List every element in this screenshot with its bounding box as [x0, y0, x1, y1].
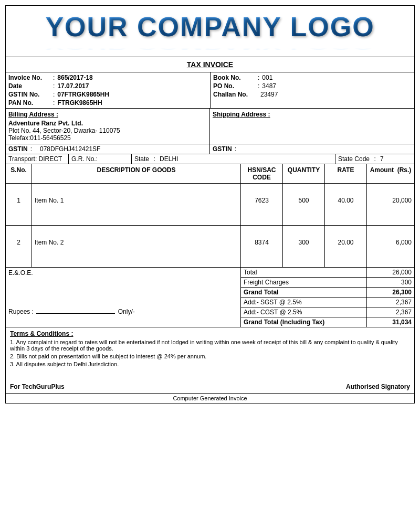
eoe-text: E.&.O.E.	[8, 269, 238, 277]
invoice-pan-label: PAN No.	[8, 99, 50, 107]
state-value: DELHI	[160, 155, 178, 163]
state-cell: State : DELHI	[132, 154, 335, 164]
table-row: 2 Item No. 2 8374 300 20.00 6,000	[6, 226, 414, 268]
po-number-value: 3487	[262, 82, 276, 90]
billing-company: Adventure Ranz Pvt. Ltd.	[8, 120, 207, 127]
footer-row: Computer Generated Invoice	[6, 394, 414, 403]
book-number-value: 001	[262, 74, 272, 81]
grand-total-tax-value: 31,034	[367, 317, 414, 327]
invoice-date-item: Date : 17.07.2017	[8, 82, 207, 90]
rupees-suffix: Only/-	[118, 308, 135, 315]
row1-rate: 40.00	[325, 184, 367, 225]
total-value: 26,000	[367, 268, 414, 277]
terms-title: Terms & Conditions :	[10, 330, 410, 337]
po-number-label: PO No.	[213, 82, 255, 90]
gr-label: G.R. No.:	[71, 155, 98, 163]
shipping-gstin: GSTIN :	[210, 144, 414, 154]
transport-row: Transport: DIRECT G.R. No.: State : DELH…	[6, 154, 414, 164]
for-company: For TechGuruPlus	[10, 383, 65, 390]
logo-reflection: YOUR COMPANY LOGO	[6, 48, 414, 53]
grand-total-tax-label: Grand Total (Including Tax)	[241, 317, 367, 327]
row2-description: Item No. 2	[32, 226, 241, 267]
billing-gstin-value: 078DFGHJ412421SF	[40, 145, 100, 153]
terms-item-2: 2. Bills not paid on presentation will b…	[10, 353, 410, 359]
invoice-info-left: Invoice No. : 865/2017-18 Date : 17.07.2…	[6, 72, 210, 108]
billing-title: Billing Address :	[8, 111, 207, 118]
challan-number-item: Challan No. 23497	[213, 90, 412, 99]
invoice-pan-item: PAN No. : FTRGK9865HH	[8, 99, 207, 107]
billing-address: Billing Address : Adventure Ranz Pvt. Lt…	[6, 109, 210, 144]
header-rate: RATE	[325, 164, 367, 183]
invoice-title: TAX INVOICE	[187, 60, 233, 69]
billing-gstin-label: GSTIN	[8, 145, 28, 153]
state-code-cell: State Code : 7	[335, 154, 414, 164]
header-quantity: QUANTITY	[283, 164, 325, 183]
sgst-label: Add:- SGST @ 2.5%	[241, 298, 367, 307]
challan-number-label: Challan No.	[213, 91, 255, 98]
freight-line: Freight Charges 300	[241, 278, 414, 288]
row1-sno: 1	[6, 184, 32, 225]
eoe-area: E.&.O.E. Rupees : Only/-	[6, 268, 241, 327]
invoice-pan-value: FTRGK9865HH	[57, 99, 102, 107]
row2-amount: 6,000	[367, 226, 414, 267]
transport-label: Transport:	[8, 155, 37, 163]
total-label: Total	[241, 268, 367, 277]
cgst-line: Add:- CGST @ 2.5% 2,367	[241, 307, 414, 317]
sgst-line: Add:- SGST @ 2.5% 2,367	[241, 298, 414, 307]
footer-text: Computer Generated Invoice	[173, 395, 247, 401]
rupees-area: Rupees : Only/-	[8, 308, 238, 315]
sgst-value: 2,367	[367, 298, 414, 307]
table-row: 1 Item No. 1 7623 500 40.00 20,000	[6, 184, 414, 226]
terms-footer: For TechGuruPlus Authorised Signatory	[10, 370, 410, 390]
book-number-item: Book No. : 001	[213, 73, 412, 82]
row1-quantity: 500	[283, 184, 325, 225]
row1-hsn: 7623	[241, 184, 283, 225]
gr-cell: G.R. No.:	[69, 154, 132, 164]
table-header: S.No. DESCRIPTION OF GOODS HSN/SACCODE Q…	[6, 164, 414, 184]
totals-row: E.&.O.E. Rupees : Only/- Total 26,000 Fr…	[6, 268, 414, 327]
cgst-label: Add:- CGST @ 2.5%	[241, 307, 367, 317]
shipping-title: Shipping Address :	[213, 111, 412, 118]
total-line: Total 26,000	[241, 268, 414, 278]
rupees-line	[36, 313, 115, 314]
row2-rate: 20.00	[325, 226, 367, 267]
gstin-row: GSTIN : 078DFGHJ412421SF GSTIN :	[6, 144, 414, 154]
billing-gstin: GSTIN : 078DFGHJ412421SF	[6, 144, 210, 154]
header-amount: Amount (Rs.)	[367, 164, 414, 183]
row2-sno: 2	[6, 226, 32, 267]
invoice-number-value: 865/2017-18	[57, 74, 92, 81]
authorised-signatory: Authorised Signatory	[346, 383, 410, 390]
header-sno: S.No.	[6, 164, 32, 183]
header-description: DESCRIPTION OF GOODS	[32, 164, 241, 183]
grand-total-value: 26,300	[367, 288, 414, 297]
freight-label: Freight Charges	[241, 278, 367, 287]
invoice-number-item: Invoice No. : 865/2017-18	[8, 73, 207, 82]
terms-item-3: 3. All disputes subject to Delhi Jurisdi…	[10, 361, 410, 367]
freight-value: 300	[367, 278, 414, 287]
terms-section: Terms & Conditions : 1. Any complaint in…	[6, 327, 414, 394]
address-section: Billing Address : Adventure Ranz Pvt. Lt…	[6, 109, 414, 144]
logo-text: YOUR COMPANY LOGO	[45, 11, 374, 43]
transport-cell: Transport: DIRECT	[6, 154, 69, 164]
invoice-number-label: Invoice No.	[8, 74, 50, 81]
state-code-label: State Code	[338, 155, 370, 163]
invoice-gstin-item: GSTIN No. : 07FTRGK9865HH	[8, 90, 207, 99]
grand-total-tax-line: Grand Total (Including Tax) 31,034	[241, 317, 414, 327]
row2-hsn: 8374	[241, 226, 283, 267]
state-label: State	[134, 155, 149, 163]
terms-item-1: 1. Any complaint in regard to rates will…	[10, 339, 410, 352]
invoice-title-section: TAX INVOICE	[6, 57, 414, 72]
invoice-gstin-value: 07FTRGK9865HH	[57, 91, 109, 98]
po-number-item: PO No. : 3487	[213, 82, 412, 90]
cgst-value: 2,367	[367, 307, 414, 317]
terms-content: 1. Any complaint in regard to rates will…	[10, 339, 410, 367]
invoice-date-label: Date	[8, 82, 50, 90]
invoice-info-right: Book No. : 001 PO No. : 3487 Challan No.…	[210, 72, 414, 108]
totals-section: E.&.O.E. Rupees : Only/- Total 26,000 Fr…	[6, 268, 414, 327]
state-code-value: 7	[380, 155, 384, 163]
header-hsn: HSN/SACCODE	[241, 164, 283, 183]
grand-total-line: Grand Total 26,300	[241, 288, 414, 298]
invoice-info-row: Invoice No. : 865/2017-18 Date : 17.07.2…	[6, 72, 414, 109]
row2-quantity: 300	[283, 226, 325, 267]
rupees-label: Rupees :	[8, 308, 34, 315]
